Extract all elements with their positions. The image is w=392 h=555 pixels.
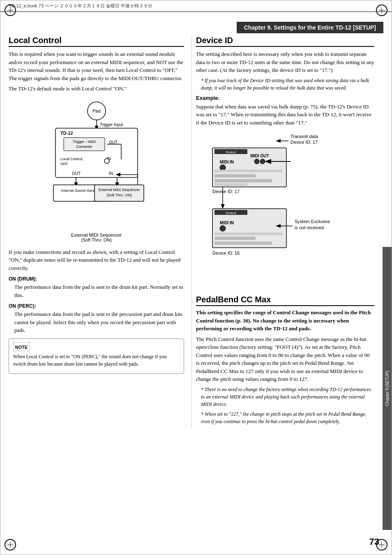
diagram-ext-label: External MIDI Sequencer(Soft Thru: ON) <box>31 233 162 242</box>
local-control-para3: If you make connections and record as sh… <box>9 248 184 272</box>
pedalbend-bold-intro: This setting specifies the range of Cont… <box>196 309 374 333</box>
svg-text:External MIDI Sequencer: External MIDI Sequencer <box>98 188 140 192</box>
svg-point-38 <box>254 159 259 164</box>
svg-text:IN: IN <box>109 171 113 176</box>
note-box: NOTE When Local Control is set to "ON (P… <box>9 339 184 374</box>
on-drum-heading: ON (DRUM): <box>9 276 184 282</box>
svg-text:(Soft Thru: ON): (Soft Thru: ON) <box>106 193 131 197</box>
svg-rect-41 <box>214 174 256 177</box>
file-metadata: TD-12_e.book 73 ページ ２００５年２月１８日 金曜日 午後６時３… <box>0 0 392 12</box>
note-icon: NOTE <box>13 342 30 351</box>
svg-text:Local Control:: Local Control: <box>60 157 83 161</box>
device-id-diagram: Transmit data Device ID: 17 Roland MIDI … <box>196 131 374 288</box>
local-control-svg: Pad Trigger Input TD-12 Trigger→MIDI Con… <box>31 99 162 230</box>
on-drum-text: The performance data from the pad is sen… <box>14 283 184 299</box>
pedalbend-title: PedalBend CC Max <box>196 295 374 306</box>
svg-text:Transmit data: Transmit data <box>291 134 318 139</box>
svg-rect-43 <box>214 183 247 186</box>
left-column: Local Control This is required when you … <box>9 36 191 428</box>
svg-text:MIDI IN: MIDI IN <box>220 221 234 225</box>
svg-rect-4 <box>55 128 138 177</box>
right-column: Device ID The setting described here is … <box>191 36 374 428</box>
svg-text:Device ID: 16: Device ID: 16 <box>212 251 240 256</box>
svg-rect-40 <box>214 170 282 172</box>
svg-rect-53 <box>214 237 256 240</box>
svg-text:System Exclusive: System Exclusive <box>295 219 330 224</box>
example-text: Suppose that when data was saved via bul… <box>196 103 374 127</box>
svg-rect-42 <box>214 179 272 182</box>
svg-text:MIDI IN: MIDI IN <box>220 160 234 164</box>
pedalbend-footnote1: * There is no need to change the factory… <box>201 386 374 408</box>
svg-text:NOTE: NOTE <box>15 345 28 350</box>
local-control-para2: The TD-12's default mode is with Local C… <box>9 85 184 93</box>
svg-point-39 <box>260 159 265 164</box>
svg-text:is not received: is not received <box>295 225 324 230</box>
example-heading: Example: <box>196 95 374 101</box>
page-number: 73 <box>369 537 379 547</box>
svg-point-15 <box>104 159 109 164</box>
svg-text:Roland: Roland <box>226 211 236 215</box>
svg-text:Pad: Pad <box>92 108 101 113</box>
page-footer: 73 <box>0 537 392 547</box>
svg-text:Device ID: 17: Device ID: 17 <box>212 189 240 194</box>
svg-text:Trigger→MIDI: Trigger→MIDI <box>72 140 95 144</box>
device-id-svg: Transmit data Device ID: 17 Roland MIDI … <box>196 131 360 287</box>
local-control-para1: This is required when you want to trigge… <box>9 50 184 82</box>
device-id-italic: * If you lose track of the Device ID set… <box>201 77 374 92</box>
local-control-diagram: Pad Trigger Input TD-12 Trigger→MIDI Con… <box>31 99 162 242</box>
on-perc-heading: ON (PERC): <box>9 303 184 309</box>
note-text: When Local Control is set to "ON (PERC),… <box>13 353 180 368</box>
local-control-title: Local Control <box>9 36 184 47</box>
chapter-sidebar: Chapter 9 [SETUP] <box>383 247 392 530</box>
svg-text:TD-12: TD-12 <box>60 131 73 136</box>
svg-text:MIDI OUT: MIDI OUT <box>251 154 269 158</box>
pedalbend-para1: The Pitch Control function uses the same… <box>196 335 374 383</box>
svg-text:Trigger Input: Trigger Input <box>100 122 123 127</box>
svg-text:OUT: OUT <box>72 171 81 176</box>
svg-text:OFF: OFF <box>60 162 68 166</box>
svg-text:Roland: Roland <box>226 150 236 154</box>
chapter-header: Chapter 9. Settings for the Entire TD-12… <box>237 22 383 33</box>
device-id-title: Device ID <box>196 36 374 47</box>
svg-rect-54 <box>214 242 272 245</box>
on-perc-text: The performance data from the pad is sen… <box>14 310 184 334</box>
svg-point-36 <box>220 165 226 170</box>
svg-text:Converter: Converter <box>76 145 92 149</box>
svg-rect-52 <box>214 233 282 235</box>
corner-mark-tl <box>5 5 16 16</box>
svg-point-51 <box>220 226 226 231</box>
svg-text:Device ID: 17: Device ID: 17 <box>291 140 318 145</box>
file-info-text: TD-12_e.book 73 ページ ２００５年２月１８日 金曜日 午後６時３… <box>9 3 152 8</box>
device-id-para1: The setting described here is necessary … <box>196 50 374 74</box>
corner-mark-tr <box>376 5 387 16</box>
pedalbend-footnote2: * When set to "127," the change in pitch… <box>201 410 374 425</box>
